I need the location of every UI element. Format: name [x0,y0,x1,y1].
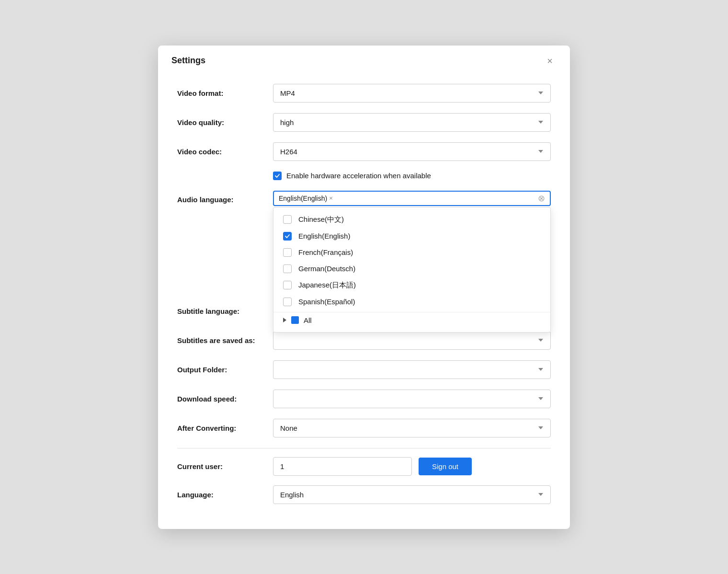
dropdown-label-japanese: Japanese(日本語) [298,281,356,290]
audio-language-tag-text: English(English) [279,195,327,202]
language-label: Language: [177,491,273,499]
dropdown-label-english: English(English) [298,232,350,240]
download-speed-label: Download speed: [177,395,273,403]
output-folder-select-wrapper [273,360,551,379]
video-format-select[interactable]: MP4 MKV AVI MOV [273,84,551,103]
checkmark-icon [284,233,290,239]
output-folder-control [273,360,551,379]
video-quality-control: high medium low [273,113,551,132]
video-quality-label: Video quality: [177,118,273,126]
dropdown-checkbox-french [283,248,292,257]
checkmark-icon [274,173,280,179]
audio-language-label: Audio language: [177,195,273,204]
settings-body: Video format: MP4 MKV AVI MOV Video qual… [158,75,570,437]
triangle-right-icon [283,318,286,322]
output-folder-select[interactable] [273,360,551,379]
after-converting-select-wrapper: None Sleep Shutdown [273,419,551,437]
video-codec-label: Video codec: [177,148,273,156]
download-speed-select[interactable] [273,390,551,408]
audio-language-clear-button[interactable]: ⊗ [538,193,545,204]
dialog-header: Settings × [158,46,570,75]
dropdown-label-french: French(Français) [298,248,353,256]
subtitle-language-label: Subtitle language: [177,307,273,315]
language-select[interactable]: English Chinese French German Japanese S… [273,485,551,504]
subtitles-saved-control [273,331,551,350]
video-codec-select-wrapper: H264 H265 AV1 [273,142,551,161]
video-quality-select[interactable]: high medium low [273,113,551,132]
video-format-control: MP4 MKV AVI MOV [273,84,551,103]
audio-language-dropdown: Chinese(中文) English(English) [273,207,551,333]
video-format-row: Video format: MP4 MKV AVI MOV [177,84,551,103]
dropdown-checkbox-english [283,232,292,241]
output-folder-row: Output Folder: [177,360,551,379]
settings-dialog: Settings × Video format: MP4 MKV AVI MOV… [158,46,570,529]
audio-language-tag: English(English) × [279,195,333,202]
after-converting-label: After Converting: [177,424,273,432]
all-square-icon [291,316,299,324]
audio-language-tag-remove[interactable]: × [329,195,333,202]
audio-language-row: Audio language: English(English) × ⊗ Chi… [177,191,551,206]
dropdown-checkbox-spanish [283,298,292,306]
current-user-label: Current user: [177,462,273,471]
video-format-select-wrapper: MP4 MKV AVI MOV [273,84,551,103]
dropdown-checkbox-chinese [283,215,292,224]
download-speed-row: Download speed: [177,390,551,408]
signout-section: Current user: Sign out Language: English… [158,457,570,504]
hw-accel-row: Enable hardware acceleration when availa… [273,172,551,180]
signout-button[interactable]: Sign out [419,458,472,475]
language-row: Language: English Chinese French German … [177,485,551,504]
download-speed-control [273,390,551,408]
audio-language-search-input[interactable] [335,195,533,202]
current-user-input[interactable] [273,457,412,476]
after-converting-row: After Converting: None Sleep Shutdown [177,419,551,437]
dropdown-label-spanish: Spanish(Español) [298,298,355,306]
dropdown-item-spanish[interactable]: Spanish(Español) [273,294,550,310]
after-converting-control: None Sleep Shutdown [273,419,551,437]
audio-language-input-wrapper[interactable]: English(English) × ⊗ [273,191,551,206]
dropdown-item-german[interactable]: German(Deutsch) [273,261,550,277]
dropdown-item-english[interactable]: English(English) [273,228,550,244]
current-user-row: Current user: Sign out [177,457,551,476]
video-codec-row: Video codec: H264 H265 AV1 [177,142,551,161]
after-converting-select[interactable]: None Sleep Shutdown [273,419,551,437]
dropdown-item-chinese[interactable]: Chinese(中文) [273,211,550,228]
close-button[interactable]: × [543,54,557,68]
dialog-title: Settings [171,56,205,66]
output-folder-label: Output Folder: [177,366,273,374]
subtitles-saved-select-wrapper [273,331,551,350]
download-speed-select-wrapper [273,390,551,408]
audio-language-control: English(English) × ⊗ Chinese(中文) [273,191,551,206]
dropdown-label-all: All [304,316,312,324]
hw-accel-label: Enable hardware acceleration when availa… [286,172,431,180]
subtitles-saved-select[interactable] [273,331,551,350]
subtitles-saved-row: Subtitles are saved as: [177,331,551,350]
video-codec-select[interactable]: H264 H265 AV1 [273,142,551,161]
video-quality-row: Video quality: high medium low [177,113,551,132]
dropdown-checkbox-japanese [283,281,292,289]
video-codec-control: H264 H265 AV1 [273,142,551,161]
dropdown-item-french[interactable]: French(Français) [273,244,550,261]
video-format-label: Video format: [177,89,273,97]
dropdown-label-german: German(Deutsch) [298,264,355,273]
hw-accel-checkbox[interactable] [273,172,282,180]
dropdown-item-all[interactable]: All [273,312,550,328]
video-quality-select-wrapper: high medium low [273,113,551,132]
language-control: English Chinese French German Japanese S… [273,485,551,504]
dropdown-item-japanese[interactable]: Japanese(日本語) [273,277,550,294]
subtitles-saved-label: Subtitles are saved as: [177,336,273,344]
language-select-wrapper: English Chinese French German Japanese S… [273,485,551,504]
dropdown-label-chinese: Chinese(中文) [298,215,344,224]
dropdown-checkbox-german [283,264,292,273]
